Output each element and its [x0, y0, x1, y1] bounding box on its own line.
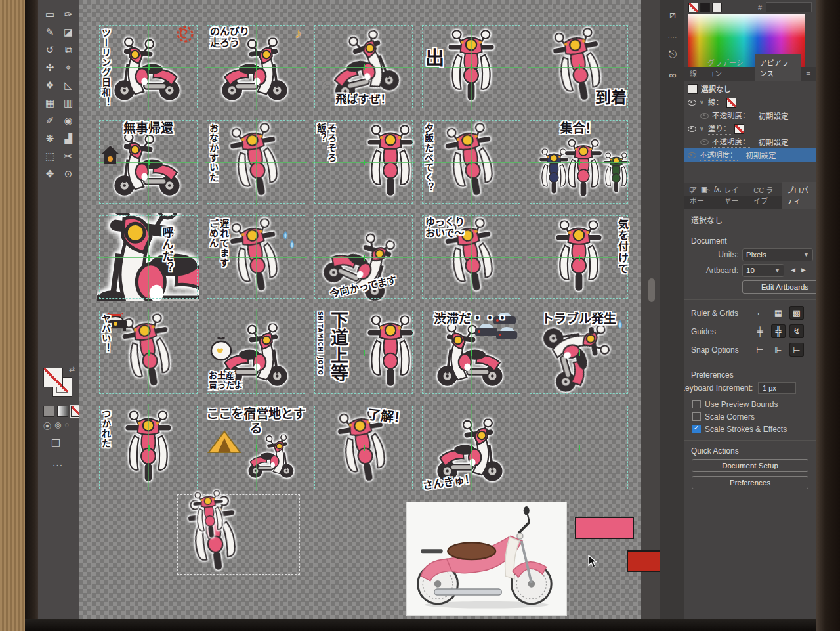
- fill-swatch-none[interactable]: [43, 368, 63, 387]
- appearance-row[interactable]: ∨塗り：: [684, 122, 816, 135]
- edit-toolbar-button[interactable]: ···: [52, 460, 63, 469]
- appearance-item-value[interactable]: 初期設定: [759, 110, 789, 121]
- artboard-tool[interactable]: ⬚: [41, 147, 58, 165]
- black-swatch[interactable]: [700, 3, 710, 12]
- gradient-button[interactable]: [57, 406, 68, 417]
- sticker-artboard[interactable]: そろそろ 飯？: [312, 118, 415, 206]
- visibility-eye-icon[interactable]: [688, 152, 696, 158]
- preferences-button[interactable]: Preferences: [692, 476, 808, 489]
- document-setup-button[interactable]: Document Setup: [692, 459, 808, 472]
- color-button[interactable]: [43, 406, 54, 417]
- sticker-artboard[interactable]: 集合！: [528, 118, 630, 206]
- sticker-artboard[interactable]: 今向かってます: [312, 213, 415, 301]
- snap-to-pixel-icon[interactable]: ⊨: [789, 343, 804, 357]
- ruler-icon[interactable]: ⌐: [753, 306, 767, 320]
- puppet-warp-tool[interactable]: ⌖: [60, 58, 77, 76]
- visibility-eye-icon[interactable]: [700, 113, 709, 119]
- swap-fill-stroke-icon[interactable]: ⇄: [69, 365, 75, 374]
- show-guides-icon[interactable]: ╪: [753, 324, 767, 338]
- sticker-artboard[interactable]: ツーリング日和！: [97, 23, 200, 110]
- symbol-sprayer-tool[interactable]: ❋: [41, 129, 58, 147]
- next-artboard-button[interactable]: ▶: [801, 267, 806, 273]
- sticker-artboard[interactable]: 遅れてます ごめん: [205, 213, 307, 301]
- sticker-artboard[interactable]: ♪のんびり 走ろう: [205, 23, 307, 110]
- panel-tab-グラデーション[interactable]: グラデーション: [702, 54, 755, 81]
- slice-tool[interactable]: ✂: [60, 147, 77, 165]
- screen-mode-button[interactable]: ❐: [51, 437, 60, 450]
- draw-inside-mode[interactable]: ◌: [65, 420, 70, 431]
- checkbox-unchecked[interactable]: [692, 400, 701, 408]
- hand-tool[interactable]: ✥: [41, 165, 58, 183]
- eraser-tool[interactable]: ◪: [60, 23, 77, 41]
- pathfinder-icon[interactable]: ⧄: [660, 9, 685, 21]
- preference-checkbox-row[interactable]: Use Preview Bounds: [684, 398, 816, 410]
- sticker-artboard[interactable]: ここを宿営地とする: [205, 404, 307, 491]
- eyedropper-tool[interactable]: ✐: [41, 112, 58, 129]
- tab-sticker-bike[interactable]: [189, 489, 229, 540]
- panel-tab-線[interactable]: 線: [684, 65, 702, 81]
- shaper-tool[interactable]: ✎: [41, 23, 58, 41]
- preference-checkbox-row[interactable]: Scale Corners: [684, 410, 816, 423]
- panel-tab-レイヤー[interactable]: レイヤー: [719, 182, 748, 209]
- smart-guides-icon[interactable]: ↯: [789, 324, 804, 338]
- sticker-artboard[interactable]: 無事帰還: [97, 118, 200, 206]
- link-icon[interactable]: ∞: [660, 70, 685, 81]
- keyboard-increment-input[interactable]: 1 px: [758, 382, 796, 394]
- mesh-tool[interactable]: ▦: [41, 94, 58, 112]
- sticker-artboard[interactable]: さんきゅ！: [420, 404, 522, 491]
- rotate-tool[interactable]: ↺: [41, 41, 58, 58]
- document-canvas[interactable]: ツーリング日和！♪のんびり 走ろう飛ばすぜ！出発到着無事帰還おなかすいたそろそろ…: [79, 0, 660, 619]
- color-swatch-red[interactable]: [627, 550, 660, 572]
- sticker-artboard[interactable]: 飛ばすぜ！: [312, 23, 415, 110]
- sticker-artboard[interactable]: ゆっくり おいで～: [420, 213, 522, 301]
- draw-behind-mode[interactable]: ◎: [54, 420, 61, 431]
- fill-stroke-indicator[interactable]: ⇄: [43, 368, 74, 398]
- expand-chevron-icon[interactable]: ∨: [700, 125, 705, 132]
- sticker-artboard[interactable]: トラブル発生: [528, 309, 630, 396]
- sticker-artboard[interactable]: ヤバい！: [97, 309, 200, 396]
- perspective-grid-tool[interactable]: ◺: [60, 76, 77, 94]
- free-transform-tool[interactable]: ⧉: [60, 41, 77, 58]
- export-icon[interactable]: ⎋: [660, 49, 685, 60]
- gradient-tool[interactable]: ▥: [60, 94, 77, 112]
- none-color-swatch[interactable]: [734, 124, 744, 134]
- units-dropdown[interactable]: Pixels▼: [742, 248, 813, 261]
- expand-chevron-icon[interactable]: ∨: [700, 99, 705, 106]
- sticker-artboard[interactable]: 渋滞だ・・・: [420, 309, 522, 396]
- snap-to-glyph-icon[interactable]: ⊫: [771, 343, 786, 357]
- paintbrush-tool[interactable]: ✑: [60, 5, 77, 23]
- sticker-artboard[interactable]: おなかすいた: [205, 118, 307, 206]
- appearance-row[interactable]: 不透明度：初期設定: [684, 135, 816, 148]
- panel-tab-アートボー[interactable]: アートボー: [684, 182, 719, 209]
- sticker-artboard[interactable]: 出発: [420, 23, 522, 110]
- visibility-eye-icon[interactable]: [688, 126, 696, 132]
- graph-tool[interactable]: ▟: [60, 129, 77, 147]
- panel-menu-icon[interactable]: ≡: [801, 70, 816, 81]
- snap-to-point-icon[interactable]: ⊢: [753, 343, 767, 357]
- artboard-dropdown[interactable]: 10▼: [742, 264, 784, 277]
- zoom-tool[interactable]: ⊙: [60, 165, 77, 183]
- sticker-artboard[interactable]: 夕飯たべてく？: [420, 118, 522, 206]
- sticker-artboard[interactable]: 下道上等SHITAMICHI JOTO: [312, 309, 415, 396]
- snap-to-grid-icon[interactable]: ▩: [789, 306, 804, 320]
- appearance-row[interactable]: 不透明度：初期設定: [684, 109, 816, 122]
- sticker-artboard[interactable]: 了解！: [312, 404, 415, 491]
- sticker-artboard[interactable]: お土産 買ったよ: [205, 309, 307, 396]
- grid-icon[interactable]: ▦: [771, 306, 786, 320]
- hex-input[interactable]: [766, 2, 812, 12]
- sticker-artboard[interactable]: [528, 404, 630, 491]
- rectangle-tool[interactable]: ▭: [41, 5, 58, 23]
- edit-artboards-button[interactable]: Edit Artboards: [742, 280, 816, 294]
- canvas-scrollbar[interactable]: [648, 278, 655, 302]
- sticker-artboard[interactable]: 呼んだ？: [97, 213, 200, 301]
- width-tool[interactable]: ✣: [41, 58, 58, 76]
- appearance-row[interactable]: ∨線：: [684, 96, 816, 109]
- none-color-swatch[interactable]: [726, 98, 736, 108]
- prev-artboard-button[interactable]: ◀: [791, 267, 795, 273]
- sticker-artboard[interactable]: 気を付けて: [528, 213, 630, 301]
- none-swatch[interactable]: [688, 3, 698, 12]
- blend-tool[interactable]: ◉: [60, 112, 77, 129]
- reference-photo[interactable]: [407, 502, 566, 615]
- white-swatch[interactable]: [712, 3, 722, 12]
- appearance-item-value[interactable]: 初期設定: [746, 150, 776, 160]
